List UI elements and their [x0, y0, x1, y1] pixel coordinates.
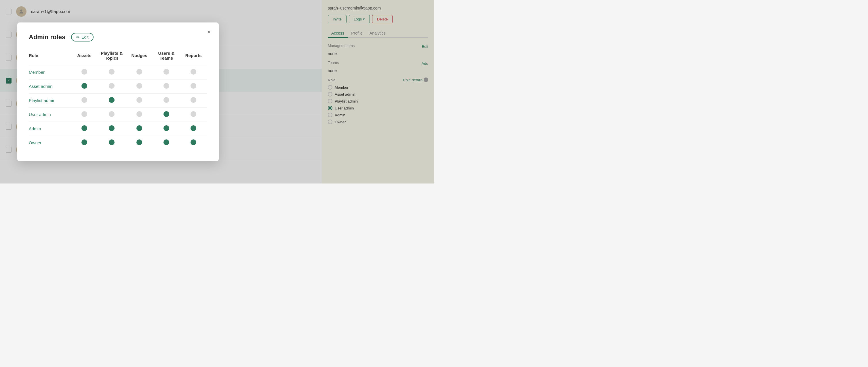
role-dot: [71, 79, 98, 93]
col-users-teams: Users & Teams: [153, 51, 180, 65]
role-dot: [98, 79, 126, 93]
col-reports: Reports: [180, 51, 207, 65]
role-dot: [180, 121, 207, 136]
role-dot: [153, 121, 180, 136]
col-playlists: Playlists & Topics: [98, 51, 126, 65]
roles-table: Role Assets Playlists & Topics Nudges Us…: [29, 51, 207, 150]
role-dot: [125, 136, 153, 150]
role-dot: [125, 65, 153, 79]
role-dot: [153, 79, 180, 93]
role-dot: [98, 108, 126, 121]
table-row: Admin: [29, 121, 207, 136]
role-dot: [98, 93, 126, 108]
role-dot: [71, 121, 98, 136]
role-dot: [180, 136, 207, 150]
role-dot: [71, 93, 98, 108]
role-dot: [98, 65, 126, 79]
role-dot: [153, 108, 180, 121]
role-dot: [180, 65, 207, 79]
role-dot: [180, 93, 207, 108]
table-row: User admin: [29, 108, 207, 121]
role-dot: [71, 65, 98, 79]
edit-label: Edit: [82, 35, 88, 39]
pencil-icon: ✏: [76, 35, 80, 39]
role-name: Playlist admin: [29, 93, 71, 108]
role-name: Owner: [29, 136, 71, 150]
col-assets: Assets: [71, 51, 98, 65]
role-dot: [180, 79, 207, 93]
modal-title: Admin roles: [29, 33, 65, 41]
role-name: Member: [29, 65, 71, 79]
col-nudges: Nudges: [125, 51, 153, 65]
role-dot: [125, 108, 153, 121]
role-dot: [98, 121, 126, 136]
role-dot: [125, 93, 153, 108]
role-dot: [125, 79, 153, 93]
role-dot: [180, 108, 207, 121]
modal-header: Admin roles ✏ Edit: [29, 33, 207, 41]
admin-roles-modal: Admin roles ✏ Edit × Role Assets Playlis…: [17, 23, 219, 161]
col-role: Role: [29, 51, 71, 65]
role-name: User admin: [29, 108, 71, 121]
modal-overlay: Admin roles ✏ Edit × Role Assets Playlis…: [0, 0, 434, 184]
role-name: Admin: [29, 121, 71, 136]
role-name: Asset admin: [29, 79, 71, 93]
table-row: Member: [29, 65, 207, 79]
edit-button[interactable]: ✏ Edit: [71, 33, 94, 41]
role-dot: [153, 136, 180, 150]
role-dot: [153, 65, 180, 79]
role-dot: [71, 136, 98, 150]
role-dot: [153, 93, 180, 108]
role-dot: [125, 121, 153, 136]
table-row: Owner: [29, 136, 207, 150]
table-row: Playlist admin: [29, 93, 207, 108]
table-row: Asset admin: [29, 79, 207, 93]
close-button[interactable]: ×: [205, 28, 213, 36]
role-dot: [71, 108, 98, 121]
role-dot: [98, 136, 126, 150]
